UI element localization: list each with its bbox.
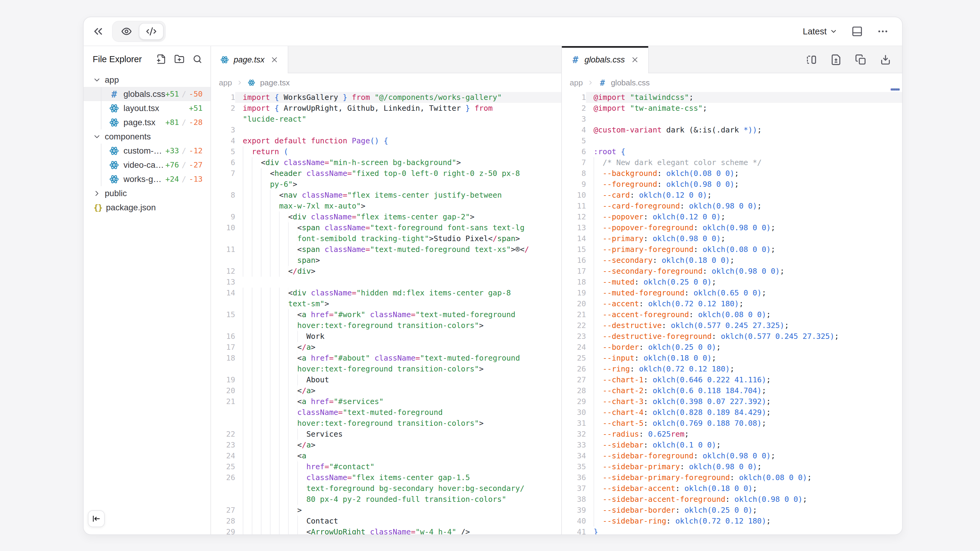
- code-line[interactable]: 22--destructive: oklch(0.577 0.245 27.32…: [562, 320, 902, 331]
- code-line[interactable]: 7<header className="fixed top-0 left-0 r…: [211, 168, 561, 179]
- code-line[interactable]: 30--chart-4: oklch(0.828 0.189 84.429);: [562, 407, 902, 418]
- code-line[interactable]: 12--popover: oklch(0.12 0 0);: [562, 211, 902, 222]
- code-line[interactable]: max-w-7xl mx-auto">: [211, 201, 561, 211]
- copy-icon[interactable]: [855, 54, 867, 65]
- code-line[interactable]: font-semibold tracking-tight">Studio Pix…: [211, 233, 561, 244]
- code-line[interactable]: 27>: [211, 505, 561, 516]
- code-line[interactable]: 21<a href="#services": [211, 396, 561, 407]
- breadcrumb-root[interactable]: app: [219, 78, 232, 87]
- code-line[interactable]: 10--card: oklch(0.12 0 0);: [562, 190, 902, 201]
- collapse-explorer-button[interactable]: [88, 510, 105, 527]
- code-line[interactable]: 32--radius: 0.625rem;: [562, 429, 902, 440]
- code-line[interactable]: 15--primary-foreground: oklch(0.08 0 0);: [562, 244, 902, 255]
- code-line[interactable]: 25href="#contact": [211, 461, 561, 472]
- code-line[interactable]: 23</a>: [211, 440, 561, 451]
- code-line[interactable]: 28--chart-2: oklch(0.6 0.118 184.704);: [562, 385, 902, 396]
- code-line[interactable]: 1import { WorksGallery } from "@/compone…: [211, 92, 561, 103]
- code-line[interactable]: 22Services: [211, 429, 561, 440]
- code-line[interactable]: 27--chart-1: oklch(0.646 0.222 41.116);: [562, 375, 902, 385]
- code-line[interactable]: 21--accent-foreground: oklch(0.08 0 0);: [562, 309, 902, 320]
- code-line[interactable]: 14<div className="hidden md:flex items-c…: [211, 287, 561, 299]
- code-line[interactable]: 3: [562, 114, 902, 125]
- tab-globals-css[interactable]: # globals.css: [562, 46, 649, 73]
- code-line[interactable]: 13: [211, 277, 561, 287]
- code-toggle-button[interactable]: [139, 23, 164, 40]
- code-line[interactable]: 14--primary: oklch(0.98 0 0);: [562, 233, 902, 244]
- code-line[interactable]: 29<ArrowUpRight className="w-4 h-4" />: [211, 527, 561, 534]
- code-line[interactable]: 16Work: [211, 331, 561, 342]
- code-line[interactable]: 24--border: oklch(0.25 0 0);: [562, 342, 902, 353]
- code-line[interactable]: text-sm">: [211, 299, 561, 309]
- file-tree-item[interactable]: {}package.json: [84, 200, 210, 214]
- code-line[interactable]: 16--secondary: oklch(0.18 0 0);: [562, 255, 902, 266]
- version-dropdown[interactable]: Latest: [803, 27, 837, 37]
- file-tree-item[interactable]: components: [84, 129, 210, 144]
- file-tree-item[interactable]: #globals.css+51/-50: [84, 87, 210, 101]
- code-line[interactable]: text-foreground bg-secondary hover:bg-se…: [211, 483, 561, 494]
- code-line[interactable]: 34--sidebar-foreground: oklch(0.98 0 0);: [562, 451, 902, 461]
- code-line[interactable]: 24<a: [211, 451, 561, 461]
- code-line[interactable]: span>: [211, 255, 561, 266]
- code-line[interactable]: hover:text-foreground transition-colors"…: [211, 320, 561, 331]
- code-line[interactable]: 3: [211, 125, 561, 135]
- code-line[interactable]: 15<a href="#work" className="text-muted-…: [211, 309, 561, 320]
- preview-toggle-button[interactable]: [114, 23, 139, 40]
- code-line[interactable]: 17</a>: [211, 342, 561, 353]
- code-line[interactable]: 7/* New dark elegant color scheme */: [562, 157, 902, 168]
- code-line[interactable]: 26--ring: oklch(0.72 0.12 180);: [562, 364, 902, 375]
- code-editor-globals-css[interactable]: 1@import "tailwindcss";2@import "tw-anim…: [562, 92, 902, 534]
- scrollbar-horizontal[interactable]: [891, 89, 900, 91]
- code-line[interactable]: 6:root {: [562, 146, 902, 157]
- new-folder-icon[interactable]: [174, 54, 185, 64]
- new-file-icon[interactable]: [156, 54, 166, 64]
- file-tree-item[interactable]: works-galler...+24/-13: [84, 172, 210, 186]
- code-line[interactable]: 1@import "tailwindcss";: [562, 92, 902, 103]
- code-line[interactable]: 18--muted: oklch(0.25 0 0);: [562, 277, 902, 287]
- code-line[interactable]: 20--accent: oklch(0.72 0.12 180);: [562, 299, 902, 309]
- code-line[interactable]: 2@import "tw-animate-css";: [562, 103, 902, 114]
- file-tree-item[interactable]: public: [84, 186, 210, 200]
- code-line[interactable]: "lucide-react": [211, 114, 561, 125]
- file-tree-item[interactable]: page.tsx+81/-28: [84, 115, 210, 129]
- code-line[interactable]: 5return (: [211, 146, 561, 157]
- code-line[interactable]: 41}: [562, 527, 902, 534]
- search-icon[interactable]: [192, 54, 203, 64]
- code-line[interactable]: 8<nav className="flex items-center justi…: [211, 190, 561, 201]
- code-line[interactable]: 20</a>: [211, 385, 561, 396]
- code-line[interactable]: 40--sidebar-ring: oklch(0.72 0.12 180);: [562, 516, 902, 527]
- more-options-icon[interactable]: [877, 25, 889, 37]
- file-tree-item[interactable]: custom-curs...+33/-12: [84, 144, 210, 158]
- code-line[interactable]: 23--destructive-foreground: oklch(0.577 …: [562, 331, 902, 342]
- code-line[interactable]: 4export default function Page() {: [211, 135, 561, 146]
- breadcrumb-root[interactable]: app: [570, 78, 583, 87]
- code-line[interactable]: 37--sidebar-accent: oklch(0.18 0 0);: [562, 483, 902, 494]
- file-tree-item[interactable]: video-card.tsx+76/-27: [84, 158, 210, 172]
- code-line[interactable]: py-6">: [211, 179, 561, 190]
- split-editor-icon[interactable]: [805, 54, 817, 65]
- code-line[interactable]: className="text-muted-foreground: [211, 407, 561, 418]
- code-line[interactable]: 28Contact: [211, 516, 561, 527]
- code-line[interactable]: 5: [562, 135, 902, 146]
- code-line[interactable]: 18<a href="#about" className="text-muted…: [211, 353, 561, 364]
- code-line[interactable]: 33--sidebar: oklch(0.1 0 0);: [562, 440, 902, 451]
- file-tree-item[interactable]: app: [84, 73, 210, 87]
- code-line[interactable]: 12</div>: [211, 266, 561, 277]
- download-icon[interactable]: [880, 54, 891, 65]
- code-line[interactable]: 36--sidebar-primary-foreground: oklch(0.…: [562, 472, 902, 483]
- code-line[interactable]: 9--foreground: oklch(0.98 0 0);: [562, 179, 902, 190]
- code-line[interactable]: 10<span className="text-foreground font-…: [211, 222, 561, 233]
- code-line[interactable]: 39--sidebar-border: oklch(0.25 0 0);: [562, 505, 902, 516]
- code-line[interactable]: 11<span className="text-muted-foreground…: [211, 244, 561, 255]
- code-line[interactable]: hover:text-foreground transition-colors"…: [211, 418, 561, 429]
- code-line[interactable]: 38--sidebar-accent-foreground: oklch(0.9…: [562, 494, 902, 505]
- file-diff-icon[interactable]: [830, 54, 842, 65]
- code-line[interactable]: 13--popover-foreground: oklch(0.98 0 0);: [562, 222, 902, 233]
- code-line[interactable]: 35--sidebar-primary: oklch(0.98 0 0);: [562, 461, 902, 472]
- code-line[interactable]: 9<div className="flex items-center gap-2…: [211, 211, 561, 222]
- code-line[interactable]: 80 px-4 py-2 rounded-full transition-col…: [211, 494, 561, 505]
- file-tree-item[interactable]: layout.tsx+51: [84, 101, 210, 115]
- code-line[interactable]: 6<div className="min-h-screen bg-backgro…: [211, 157, 561, 168]
- code-line[interactable]: 25--input: oklch(0.18 0 0);: [562, 353, 902, 364]
- code-editor-page-tsx[interactable]: 1import { WorksGallery } from "@/compone…: [211, 92, 561, 534]
- code-line[interactable]: 19About: [211, 375, 561, 385]
